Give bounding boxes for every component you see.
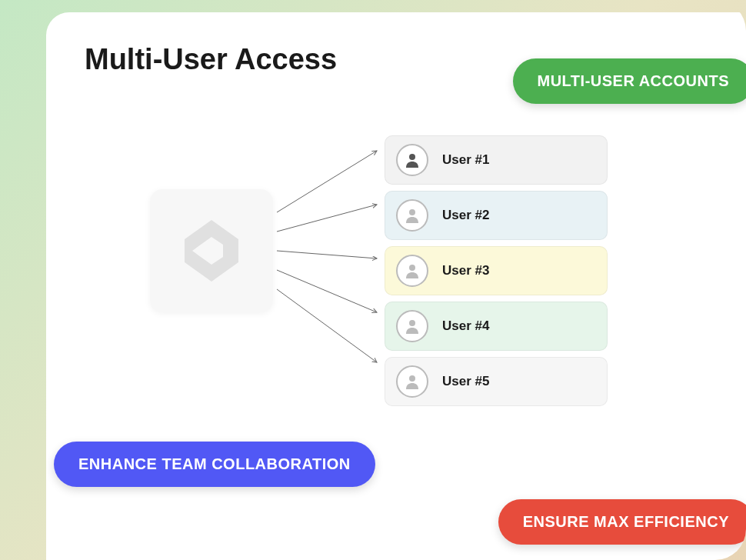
user-row: User #5 (385, 357, 608, 406)
g-logo-icon (173, 212, 250, 289)
svg-point-8 (409, 320, 415, 326)
svg-line-0 (277, 151, 377, 212)
user-row: User #3 (385, 246, 608, 295)
svg-line-4 (277, 289, 377, 362)
user-avatar (396, 365, 428, 398)
svg-point-7 (409, 265, 415, 271)
svg-line-3 (277, 270, 377, 312)
svg-line-2 (277, 251, 377, 258)
user-label: User #4 (442, 318, 489, 334)
badge-multi-user-accounts: MULTI-USER ACCOUNTS (513, 58, 746, 104)
user-label: User #2 (442, 208, 489, 223)
diagram-card: Multi-User Access MULTI-USER ACCOUNTS EN… (46, 12, 746, 560)
user-label: User #1 (442, 152, 489, 168)
person-icon (403, 372, 421, 391)
user-avatar (396, 144, 428, 176)
user-row: User #4 (385, 302, 608, 351)
user-avatar (396, 255, 428, 287)
person-icon (403, 206, 421, 225)
user-row: User #1 (385, 135, 608, 185)
svg-point-9 (409, 375, 415, 382)
user-label: User #5 (442, 374, 489, 389)
person-icon (403, 262, 421, 280)
user-avatar (396, 310, 428, 342)
user-avatar (396, 199, 428, 232)
badge-max-efficiency: ENSURE MAX EFFICIENCY (498, 499, 746, 545)
person-icon (403, 317, 421, 335)
svg-point-5 (409, 154, 415, 160)
source-app-box (150, 189, 273, 312)
badge-team-collaboration: ENHANCE TEAM COLLABORATION (54, 442, 375, 487)
person-icon (403, 151, 421, 169)
user-label: User #3 (442, 263, 489, 278)
user-list: User #1 User #2 User #3 User #4 User #5 (385, 135, 608, 412)
svg-line-1 (277, 205, 377, 232)
user-row: User #2 (385, 191, 608, 240)
svg-point-6 (409, 209, 415, 215)
